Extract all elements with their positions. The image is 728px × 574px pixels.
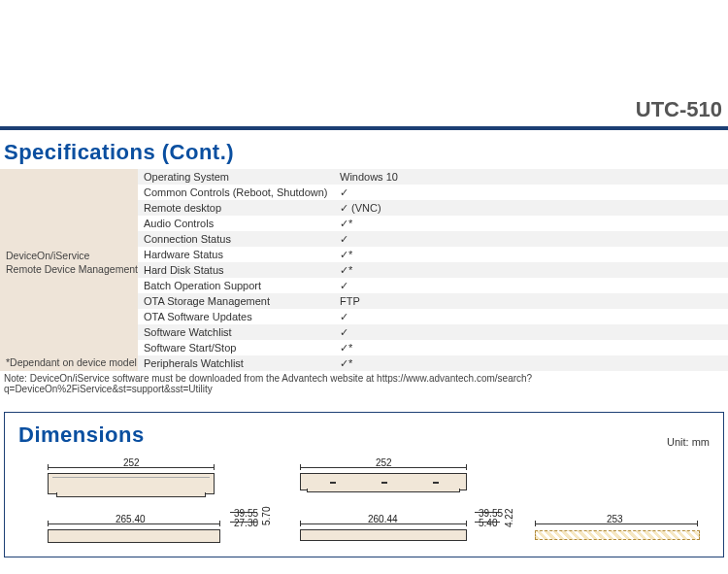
spec-value: ✓*: [334, 247, 728, 262]
spec-label: Peripherals Watchlist: [138, 355, 334, 371]
spec-value: ✓ (VNC): [334, 200, 728, 216]
spec-value: ✓: [334, 324, 728, 340]
specs-table: DeviceOn/iService Remote Device Manageme…: [0, 169, 728, 371]
spec-value: FTP: [334, 293, 728, 309]
spec-label: Hardware Status: [138, 247, 334, 262]
spec-label: Connection Status: [138, 231, 334, 247]
dim-value: 5.70: [261, 507, 272, 525]
dimensions-unit: Unit: mm: [667, 436, 710, 448]
spec-value: ✓*: [334, 355, 728, 371]
spec-label: Batch Operation Support: [138, 278, 334, 293]
spec-label: Software Watchlist: [138, 324, 334, 340]
spec-value: ✓: [334, 185, 728, 200]
dimensions-panel: Dimensions Unit: mm 252 252: [4, 412, 724, 557]
spec-value: ✓: [334, 278, 728, 293]
spec-value: ✓: [334, 231, 728, 247]
spec-value: ✓*: [334, 216, 728, 231]
dim-value: 4.22: [504, 509, 514, 527]
spec-label: Software Start/Stop: [138, 340, 334, 355]
dim-value: 5.40: [479, 518, 497, 528]
dimensions-title: Dimensions: [18, 422, 145, 448]
group-name-line2: Remote Device Management: [6, 262, 138, 276]
spec-label: Operating System: [138, 169, 334, 185]
download-note: Note: DeviceOn/iService software must be…: [0, 371, 728, 394]
spec-value: ✓*: [334, 262, 728, 278]
model-number: UTC-510: [0, 0, 728, 126]
dimension-drawings: 252 252: [18, 459, 710, 557]
group-footnote: *Dependant on device model: [6, 355, 137, 369]
spec-label: OTA Software Updates: [138, 309, 334, 324]
spec-value: Windows 10: [334, 169, 728, 185]
spec-value: ✓*: [334, 340, 728, 355]
spec-label: Audio Controls: [138, 216, 334, 231]
spec-value: ✓: [334, 309, 728, 324]
spec-label: Common Controls (Reboot, Shutdown): [138, 185, 334, 200]
table-row: DeviceOn/iService Remote Device Manageme…: [0, 169, 728, 185]
group-name-line1: DeviceOn/iService: [6, 249, 138, 262]
spec-group-cell: DeviceOn/iService Remote Device Manageme…: [0, 169, 138, 371]
spec-label: OTA Storage Management: [138, 293, 334, 309]
specs-section-title: Specifications (Cont.): [0, 138, 728, 169]
spec-label: Remote desktop: [138, 200, 334, 216]
spec-label: Hard Disk Status: [138, 262, 334, 278]
header-rule: [0, 126, 728, 130]
dim-value: 27.30: [234, 518, 258, 528]
